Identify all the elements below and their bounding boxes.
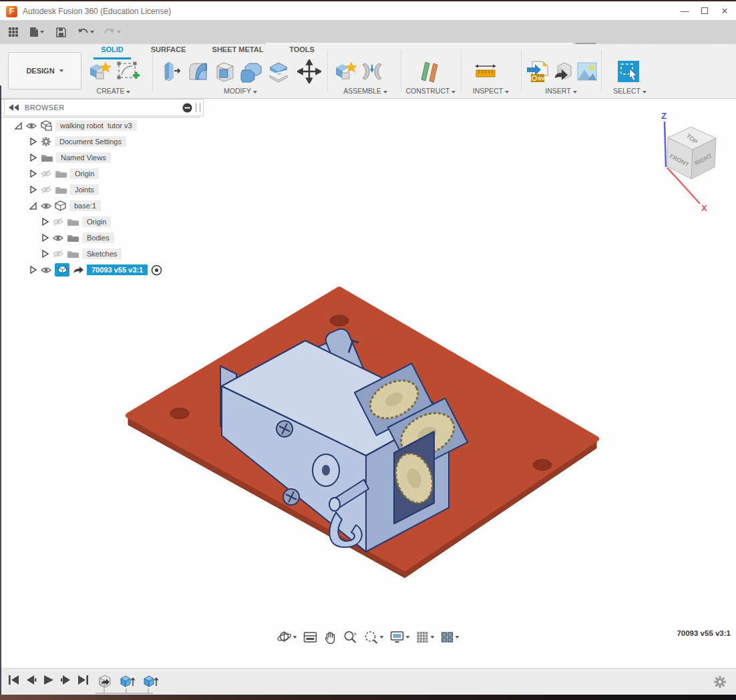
- zoom-tool[interactable]: ±: [343, 630, 358, 645]
- group-label-construct[interactable]: CONSTRUCT: [402, 87, 459, 95]
- collapsed-arrow-icon[interactable]: [28, 169, 37, 178]
- tab-surface[interactable]: SURFACE: [148, 45, 188, 57]
- minimize-button[interactable]: —: [675, 5, 695, 17]
- caret-down-icon: [59, 69, 63, 72]
- group-label-create[interactable]: CREATE: [80, 87, 147, 95]
- tree-label[interactable]: 70093 v55 v3:1: [87, 265, 148, 275]
- visibility-hidden-icon[interactable]: [41, 186, 51, 194]
- tree-label[interactable]: Origin: [70, 168, 99, 179]
- group-label-insert[interactable]: INSERT: [522, 87, 600, 95]
- data-panel-grid-icon[interactable]: [4, 20, 23, 44]
- tree-label[interactable]: Joints: [70, 184, 99, 195]
- tree-row-bodies[interactable]: Bodies: [4, 230, 204, 246]
- panel-grip[interactable]: [196, 103, 196, 112]
- tree-label[interactable]: walking robot tutor v3: [55, 120, 137, 131]
- tree-label[interactable]: Sketches: [82, 248, 122, 259]
- timeline-track[interactable]: [96, 693, 153, 694]
- go-to-end-button[interactable]: [77, 674, 89, 686]
- insert-derive-button[interactable]: [550, 59, 576, 84]
- construct-plane-button[interactable]: [415, 59, 441, 84]
- display-settings[interactable]: [390, 631, 410, 644]
- viewports-layout[interactable]: [441, 631, 459, 643]
- close-button[interactable]: ✕: [715, 5, 735, 17]
- visibility-eye-icon[interactable]: [41, 202, 51, 210]
- expanded-arrow-icon[interactable]: [13, 121, 23, 130]
- go-to-start-button[interactable]: [8, 674, 19, 686]
- tree-label[interactable]: Named Views: [56, 152, 111, 163]
- visibility-eye-icon[interactable]: [41, 267, 51, 274]
- visibility-eye-icon[interactable]: [26, 122, 37, 130]
- visibility-hidden-icon[interactable]: [53, 250, 63, 258]
- maximize-button[interactable]: [695, 5, 715, 17]
- collapsed-arrow-icon[interactable]: [40, 217, 49, 226]
- panel-grip[interactable]: [200, 103, 200, 112]
- select-button[interactable]: [616, 59, 641, 84]
- tab-solid[interactable]: SOLID: [94, 45, 131, 57]
- fillet-button[interactable]: [186, 59, 211, 84]
- tree-row-base-origin[interactable]: Origin: [4, 214, 204, 230]
- tree-row-origin[interactable]: Origin: [4, 166, 204, 182]
- timeline-component-feature[interactable]: [142, 673, 160, 689]
- pan-tool[interactable]: [324, 631, 337, 645]
- tree-row-joints[interactable]: Joints: [4, 182, 204, 198]
- tab-sheet-metal[interactable]: SHEET METAL: [211, 45, 264, 57]
- combine-button[interactable]: [239, 59, 264, 84]
- shell-button[interactable]: [212, 59, 238, 84]
- collapsed-arrow-icon[interactable]: [40, 233, 49, 242]
- group-label-modify[interactable]: MODIFY: [159, 87, 322, 95]
- display-options-icon[interactable]: [182, 103, 192, 113]
- tree-row-base[interactable]: base:1: [4, 198, 204, 214]
- collapsed-arrow-icon[interactable]: [28, 153, 37, 162]
- tree-row-linked-component[interactable]: 70093 v55 v3:1: [4, 262, 204, 278]
- timeline-derive-feature[interactable]: [97, 673, 113, 689]
- joint-button[interactable]: [359, 59, 385, 84]
- orbit-tool[interactable]: [277, 630, 297, 645]
- workspace-selector[interactable]: DESIGN: [8, 52, 81, 90]
- step-back-button[interactable]: [25, 674, 37, 686]
- view-cube[interactable]: Z X TOP FRONT RIGHT: [641, 106, 735, 212]
- group-label-inspect[interactable]: INSPECT: [462, 87, 520, 95]
- move-copy-button[interactable]: [297, 59, 322, 84]
- press-pull-button[interactable]: [159, 59, 184, 84]
- tree-row-sketches[interactable]: Sketches: [4, 246, 204, 262]
- visibility-hidden-icon[interactable]: [41, 170, 51, 178]
- timeline-settings-gear[interactable]: [713, 675, 727, 689]
- tree-label[interactable]: base:1: [69, 200, 101, 211]
- viewport-canvas[interactable]: Z X TOP FRONT RIGHT BROWSER walking robo…: [0, 99, 736, 668]
- insert-svg-button[interactable]: SVG: [525, 59, 550, 84]
- step-forward-button[interactable]: [60, 674, 71, 686]
- tree-label[interactable]: Origin: [82, 216, 111, 227]
- grid-snap-settings[interactable]: [416, 631, 435, 644]
- tab-tools[interactable]: TOOLS: [286, 45, 318, 57]
- group-label-assemble[interactable]: ASSEMBLE: [329, 87, 402, 95]
- new-component-button[interactable]: [87, 59, 112, 84]
- tree-row-root[interactable]: walking robot tutor v3: [4, 118, 204, 134]
- collapse-browser-icon[interactable]: [9, 104, 19, 111]
- tree-label[interactable]: Document Settings: [55, 136, 126, 147]
- play-button[interactable]: [43, 674, 54, 686]
- collapsed-arrow-icon[interactable]: [28, 265, 37, 275]
- group-label-select[interactable]: SELECT: [602, 87, 657, 95]
- timeline-component-feature[interactable]: [119, 673, 136, 689]
- activate-component-radio[interactable]: [151, 265, 162, 276]
- tree-row-named-views[interactable]: Named Views: [4, 150, 204, 166]
- collapsed-arrow-icon[interactable]: [40, 249, 49, 258]
- offset-face-button[interactable]: [266, 59, 291, 84]
- look-at-tool[interactable]: [303, 631, 318, 644]
- tree-label[interactable]: Bodies: [82, 232, 114, 243]
- save-button[interactable]: [51, 20, 71, 44]
- file-menu-button[interactable]: [25, 20, 48, 44]
- fit-tool[interactable]: [364, 630, 384, 645]
- expanded-arrow-icon[interactable]: [28, 201, 37, 210]
- collapsed-arrow-icon[interactable]: [28, 185, 37, 194]
- insert-canvas-button[interactable]: [574, 59, 600, 84]
- undo-button[interactable]: [73, 20, 98, 44]
- visibility-hidden-icon[interactable]: [53, 218, 63, 226]
- redo-button[interactable]: [100, 20, 124, 44]
- create-sketch-button[interactable]: [115, 59, 140, 84]
- visibility-eye-icon[interactable]: [53, 234, 63, 242]
- collapsed-arrow-icon[interactable]: [28, 137, 37, 146]
- tree-row-document-settings[interactable]: Document Settings: [4, 134, 204, 150]
- measure-button[interactable]: [473, 59, 498, 84]
- assemble-new-component-button[interactable]: [333, 59, 358, 84]
